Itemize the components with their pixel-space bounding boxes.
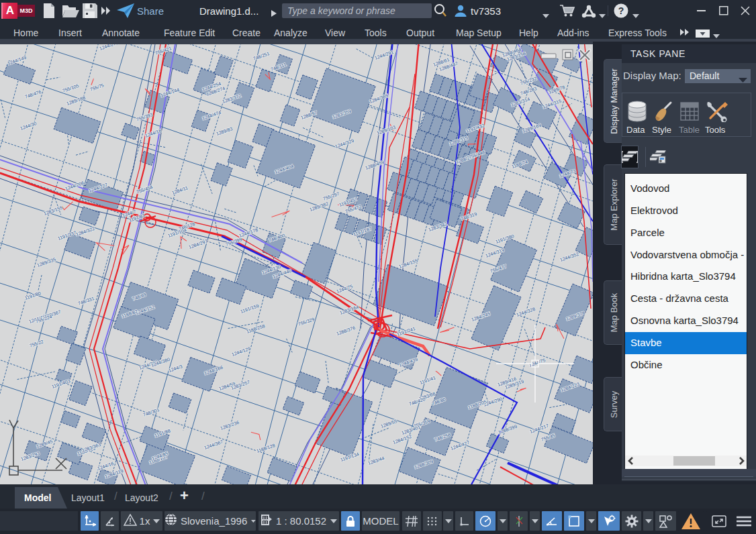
- svg-text:?: ?: [618, 5, 624, 16]
